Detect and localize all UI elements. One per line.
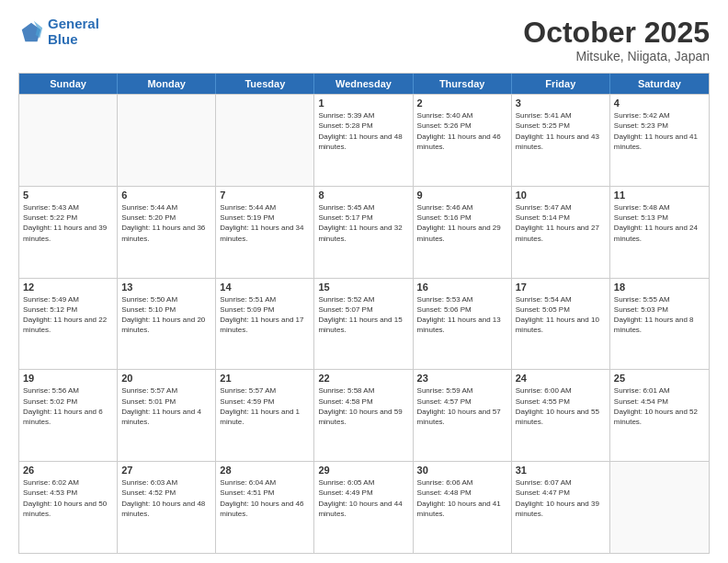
day-cell-1: 1Sunrise: 5:39 AM Sunset: 5:28 PM Daylig… xyxy=(314,95,413,186)
day-info: Sunrise: 5:59 AM Sunset: 4:57 PM Dayligh… xyxy=(417,385,507,427)
day-cell-18: 18Sunrise: 5:55 AM Sunset: 5:03 PM Dayli… xyxy=(610,279,709,370)
day-number: 31 xyxy=(516,465,606,476)
day-cell-13: 13Sunrise: 5:50 AM Sunset: 5:10 PM Dayli… xyxy=(118,279,216,370)
day-info: Sunrise: 5:55 AM Sunset: 5:03 PM Dayligh… xyxy=(614,294,705,336)
logo-text: General Blue xyxy=(48,17,99,47)
day-cell-24: 24Sunrise: 6:00 AM Sunset: 4:55 PM Dayli… xyxy=(512,370,610,461)
day-cell-28: 28Sunrise: 6:04 AM Sunset: 4:51 PM Dayli… xyxy=(216,462,314,553)
header-day-wednesday: Wednesday xyxy=(314,74,413,94)
day-cell-22: 22Sunrise: 5:58 AM Sunset: 4:58 PM Dayli… xyxy=(314,370,413,461)
day-info: Sunrise: 5:41 AM Sunset: 5:25 PM Dayligh… xyxy=(516,110,606,152)
day-number: 5 xyxy=(23,190,113,201)
header: General Blue October 2025 Mitsuke, Niiga… xyxy=(18,17,710,63)
header-day-sunday: Sunday xyxy=(19,74,118,94)
month-title: October 2025 xyxy=(523,17,710,49)
day-number: 26 xyxy=(23,465,113,476)
day-number: 28 xyxy=(220,465,310,476)
day-info: Sunrise: 5:53 AM Sunset: 5:06 PM Dayligh… xyxy=(417,294,507,336)
day-info: Sunrise: 5:54 AM Sunset: 5:05 PM Dayligh… xyxy=(516,294,606,336)
day-cell-31: 31Sunrise: 6:07 AM Sunset: 4:47 PM Dayli… xyxy=(512,462,610,553)
week-row-4: 19Sunrise: 5:56 AM Sunset: 5:02 PM Dayli… xyxy=(19,369,709,461)
day-number: 9 xyxy=(417,190,507,201)
day-number: 16 xyxy=(417,282,507,293)
week-row-2: 5Sunrise: 5:43 AM Sunset: 5:22 PM Daylig… xyxy=(19,186,709,278)
day-info: Sunrise: 5:49 AM Sunset: 5:12 PM Dayligh… xyxy=(23,294,113,336)
day-info: Sunrise: 5:44 AM Sunset: 5:20 PM Dayligh… xyxy=(121,202,211,244)
day-cell-9: 9Sunrise: 5:46 AM Sunset: 5:16 PM Daylig… xyxy=(414,187,512,278)
day-number: 27 xyxy=(121,465,211,476)
day-cell-29: 29Sunrise: 6:05 AM Sunset: 4:49 PM Dayli… xyxy=(314,462,413,553)
day-info: Sunrise: 6:02 AM Sunset: 4:53 PM Dayligh… xyxy=(23,477,113,519)
day-number: 12 xyxy=(23,282,113,293)
day-cell-4: 4Sunrise: 5:42 AM Sunset: 5:23 PM Daylig… xyxy=(610,95,709,186)
day-info: Sunrise: 6:03 AM Sunset: 4:52 PM Dayligh… xyxy=(121,477,211,519)
location: Mitsuke, Niigata, Japan xyxy=(523,49,710,63)
day-cell-19: 19Sunrise: 5:56 AM Sunset: 5:02 PM Dayli… xyxy=(19,370,118,461)
day-cell-12: 12Sunrise: 5:49 AM Sunset: 5:12 PM Dayli… xyxy=(19,279,118,370)
day-number: 3 xyxy=(516,98,606,109)
day-number: 25 xyxy=(614,373,705,384)
page: General Blue October 2025 Mitsuke, Niiga… xyxy=(0,0,728,563)
day-number: 10 xyxy=(516,190,606,201)
day-cell-25: 25Sunrise: 6:01 AM Sunset: 4:54 PM Dayli… xyxy=(610,370,709,461)
day-number: 21 xyxy=(220,373,310,384)
day-info: Sunrise: 5:57 AM Sunset: 4:59 PM Dayligh… xyxy=(220,385,310,427)
day-cell-8: 8Sunrise: 5:45 AM Sunset: 5:17 PM Daylig… xyxy=(314,187,413,278)
day-info: Sunrise: 5:58 AM Sunset: 4:58 PM Dayligh… xyxy=(318,385,408,427)
day-cell-30: 30Sunrise: 6:06 AM Sunset: 4:48 PM Dayli… xyxy=(414,462,512,553)
day-cell-26: 26Sunrise: 6:02 AM Sunset: 4:53 PM Dayli… xyxy=(19,462,118,553)
day-cell-23: 23Sunrise: 5:59 AM Sunset: 4:57 PM Dayli… xyxy=(414,370,512,461)
day-number: 11 xyxy=(614,190,705,201)
day-number: 20 xyxy=(121,373,211,384)
day-cell-17: 17Sunrise: 5:54 AM Sunset: 5:05 PM Dayli… xyxy=(512,279,610,370)
calendar-header: SundayMondayTuesdayWednesdayThursdayFrid… xyxy=(19,74,709,94)
day-cell-20: 20Sunrise: 5:57 AM Sunset: 5:01 PM Dayli… xyxy=(118,370,216,461)
week-row-5: 26Sunrise: 6:02 AM Sunset: 4:53 PM Dayli… xyxy=(19,461,709,553)
day-info: Sunrise: 5:40 AM Sunset: 5:26 PM Dayligh… xyxy=(417,110,507,152)
day-number: 6 xyxy=(121,190,211,201)
day-cell-16: 16Sunrise: 5:53 AM Sunset: 5:06 PM Dayli… xyxy=(414,279,512,370)
header-day-saturday: Saturday xyxy=(610,74,709,94)
day-info: Sunrise: 6:01 AM Sunset: 4:54 PM Dayligh… xyxy=(614,385,705,427)
day-cell-14: 14Sunrise: 5:51 AM Sunset: 5:09 PM Dayli… xyxy=(216,279,314,370)
day-info: Sunrise: 5:50 AM Sunset: 5:10 PM Dayligh… xyxy=(121,294,211,336)
day-info: Sunrise: 5:52 AM Sunset: 5:07 PM Dayligh… xyxy=(318,294,408,336)
day-cell-10: 10Sunrise: 5:47 AM Sunset: 5:14 PM Dayli… xyxy=(512,187,610,278)
day-cell-7: 7Sunrise: 5:44 AM Sunset: 5:19 PM Daylig… xyxy=(216,187,314,278)
day-info: Sunrise: 5:48 AM Sunset: 5:13 PM Dayligh… xyxy=(614,202,705,244)
header-day-tuesday: Tuesday xyxy=(216,74,314,94)
day-cell-15: 15Sunrise: 5:52 AM Sunset: 5:07 PM Dayli… xyxy=(314,279,413,370)
day-number: 7 xyxy=(220,190,310,201)
day-cell-27: 27Sunrise: 6:03 AM Sunset: 4:52 PM Dayli… xyxy=(118,462,216,553)
header-day-thursday: Thursday xyxy=(414,74,512,94)
day-number: 1 xyxy=(318,98,408,109)
day-info: Sunrise: 5:45 AM Sunset: 5:17 PM Dayligh… xyxy=(318,202,408,244)
day-number: 30 xyxy=(417,465,507,476)
day-number: 8 xyxy=(318,190,408,201)
logo-icon xyxy=(18,19,44,45)
day-cell-3: 3Sunrise: 5:41 AM Sunset: 5:25 PM Daylig… xyxy=(512,95,610,186)
day-number: 17 xyxy=(516,282,606,293)
day-info: Sunrise: 6:05 AM Sunset: 4:49 PM Dayligh… xyxy=(318,477,408,519)
day-number: 14 xyxy=(220,282,310,293)
empty-cell xyxy=(216,95,314,186)
day-info: Sunrise: 6:07 AM Sunset: 4:47 PM Dayligh… xyxy=(516,477,606,519)
day-cell-5: 5Sunrise: 5:43 AM Sunset: 5:22 PM Daylig… xyxy=(19,187,118,278)
header-day-monday: Monday xyxy=(118,74,216,94)
day-number: 24 xyxy=(516,373,606,384)
day-info: Sunrise: 5:46 AM Sunset: 5:16 PM Dayligh… xyxy=(417,202,507,244)
day-number: 15 xyxy=(318,282,408,293)
day-number: 2 xyxy=(417,98,507,109)
day-info: Sunrise: 6:00 AM Sunset: 4:55 PM Dayligh… xyxy=(516,385,606,427)
day-cell-11: 11Sunrise: 5:48 AM Sunset: 5:13 PM Dayli… xyxy=(610,187,709,278)
logo: General Blue xyxy=(18,17,99,47)
calendar-body: 1Sunrise: 5:39 AM Sunset: 5:28 PM Daylig… xyxy=(19,94,709,553)
week-row-3: 12Sunrise: 5:49 AM Sunset: 5:12 PM Dayli… xyxy=(19,278,709,370)
day-cell-6: 6Sunrise: 5:44 AM Sunset: 5:20 PM Daylig… xyxy=(118,187,216,278)
day-info: Sunrise: 5:43 AM Sunset: 5:22 PM Dayligh… xyxy=(23,202,113,244)
day-number: 23 xyxy=(417,373,507,384)
day-info: Sunrise: 5:56 AM Sunset: 5:02 PM Dayligh… xyxy=(23,385,113,427)
day-number: 22 xyxy=(318,373,408,384)
day-info: Sunrise: 5:39 AM Sunset: 5:28 PM Dayligh… xyxy=(318,110,408,152)
empty-cell xyxy=(19,95,118,186)
